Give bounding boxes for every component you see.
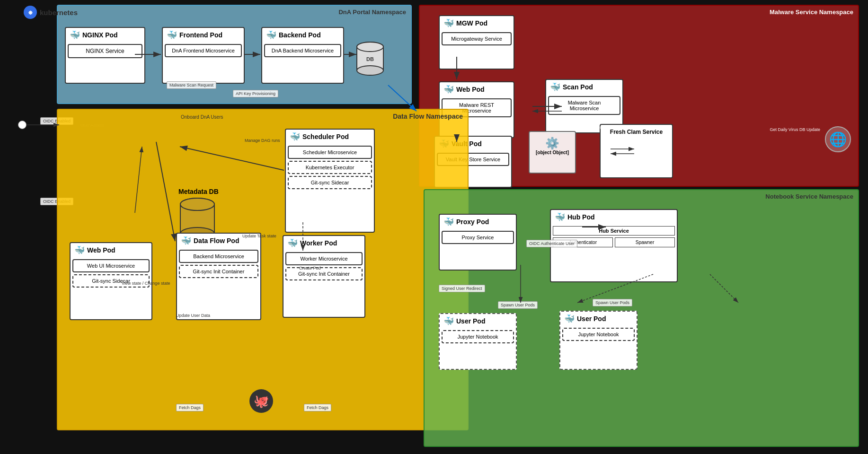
freshclam-box: Fresh Clam Service [600,124,673,178]
hub-service-label: Hub Service [599,228,629,234]
scan-pod-label: Scan Pod [563,83,593,91]
onboard-dna-label: Onboard DnA Users [181,114,223,120]
backend-pod-label: Backend Pod [279,31,321,39]
fetch-dags-1-label: Fetch Dags [176,404,204,411]
worker-micro-label: Worker Microservice [300,256,347,262]
frontend-pod-label: Frontend Pod [179,31,222,39]
web-ui-service-box: Web UI Microservice [72,259,150,272]
frontend-service-box: DnA Frontend Microservice [165,44,242,57]
user2-pod-header: 🐳 User Pod [560,312,637,326]
mgw-pod-header: 🐳 MGW Pod [440,16,514,30]
nginx-service-label: NGINX Service [86,48,124,54]
metadata-db-text: Metadata DB [178,188,219,195]
github-icon: 🐙 [249,389,273,413]
create-pod-label: Create Pod [299,266,321,271]
freshclam-label: Fresh Clam Service [601,125,672,139]
gitsync-sidecar-sched-label: Git-sync Sidecar [311,180,349,185]
malware-scan-service-box: Malware Scan Microservice [548,96,620,115]
jupyter1-service-box: Jupyter Notebook [442,330,514,343]
docker-icon-frontend: 🐳 [167,30,177,40]
backend-pod: 🐳 Backend Pod DnA Backend Microservice [261,27,344,84]
nginx-pod-header: 🐳 NGINX Pod [66,28,144,42]
kubernetes-label: ⎈ kubernetes [24,6,78,19]
proxy-pod-header: 🐳 Proxy Pod [440,215,516,229]
spawn-user-pods-2-label: Spawn User Pods [593,299,632,306]
namespace-malware: Malware Service Namespace 🌐 🐳 MGW Pod Mi… [419,5,859,187]
backend-micro-label: Backend Microservice [193,253,244,259]
web-malware-pod-header: 🐳 Web Pod [440,82,514,96]
gitsync-init-worker-label: Git-sync Init Container [298,271,350,277]
jupyter1-service-label: Jupyter Notebook [457,334,498,340]
user2-pod-label: User Pod [577,315,606,323]
dataflow-pod-label: Data Flow Pod [194,237,239,244]
docker-icon-user2: 🐳 [564,314,575,324]
backend-pod-header: 🐳 Backend Pod [262,28,343,42]
svg-point-12 [180,198,214,210]
db-icon: DB [356,41,384,79]
kubernetes-text: kubernetes [40,9,78,17]
user-pod-1: 🐳 User Pod Jupyter Notebook [439,313,517,370]
docker-icon-scheduler: 🐳 [290,131,300,142]
user1-pod-header: 🐳 User Pod [440,314,516,328]
oidc-auth-user-label: OIDC Authenticate User [526,240,577,247]
scheduler-service-box: Scheduler Microservice [288,146,372,159]
docker-icon-web-df: 🐳 [74,245,85,255]
docker-icon-dataflow: 🐳 [181,236,191,246]
proxy-pod-label: Proxy Pod [456,218,489,226]
docker-icon-hub: 🐳 [555,212,565,222]
mgw-service-box: Microgateway Service [442,32,512,45]
docker-icon-web-mal: 🐳 [443,84,454,95]
malware-namespace-label: Malware Service Namespace [770,9,853,16]
scheduler-pod-label: Scheduler Pod [302,133,349,140]
fetch-dags-2-label: Fetch Dags [304,404,331,411]
signed-user-redirect-label: Signed User Redirect [439,285,485,292]
jupyter2-service-box: Jupyter Notebook [562,328,635,341]
nginx-pod: 🐳 NGINX Pod NGINX Service [65,27,145,84]
frontend-pod: 🐳 Frontend Pod DnA Frontend Microservice [162,27,245,84]
dataflow-pod: 🐳 Data Flow Pod Backend Microservice Git… [176,233,261,320]
metadata-db-label: Metadata DB [178,188,219,195]
proxy-service-label: Proxy Service [462,235,494,240]
nginx-service-box: NGINX Service [68,44,142,58]
malware-scan-req-label: Malware Scan Request [167,81,216,89]
gitsync-init-df-box: Git-sync Init Container [179,265,258,278]
scheduler-service-label: Scheduler Microservice [303,149,357,155]
namespace-notebook: Notebook Service Namespace 🐳 Proxy Pod P… [424,189,859,447]
scheduler-pod: 🐳 Scheduler Pod Scheduler Microservice K… [285,129,375,233]
web-df-pod-label: Web Pod [87,246,115,254]
spawn-user-pods-1-label: Spawn User Pods [498,301,538,309]
hub-service-box: Hub Service [553,226,675,236]
web-df-pod-header: 🐳 Web Pod [71,243,151,257]
gitsync-sidecar-sched-box: Git-sync Sidecar [288,176,372,189]
backend-micro-box: Backend Microservice [179,250,258,263]
nginx-pod-label: NGINX Pod [82,31,118,39]
virusdb-icon: ⚙️ [object Object] [530,132,575,160]
worker-pod: 🐳 Worker Pod Worker Microservice Git-syn… [283,235,365,318]
k8s-executor-label: Kubernetes Executor [306,165,354,170]
malware-scan-service-label: Malware Scan Microservice [568,100,601,111]
backend-service-label: DnA Backend Microservice [272,48,334,53]
docker-icon-backend: 🐳 [266,30,276,40]
hub-pod-header: 🐳 Hub Pod [551,210,677,224]
proxy-pod: 🐳 Proxy Pod Proxy Service [439,214,517,271]
scheduler-pod-header: 🐳 Scheduler Pod [286,130,374,144]
docker-icon-mgw: 🐳 [443,18,454,28]
mgw-pod: 🐳 MGW Pod Microgateway Service [439,15,514,70]
worker-pod-label: Worker Pod [300,239,337,247]
gitsync-init-df-label: Git-sync Init Container [193,269,245,274]
worker-pod-header: 🐳 Worker Pod [283,236,364,250]
web-ui-service-label: Web UI Microservice [87,263,135,269]
gitsync-init-worker-box: Git-sync Init Container [285,267,363,280]
api-key-prov-label: API Key Provisioning [233,90,278,97]
frontend-service-label: DnA Frontend Microservice [172,48,235,53]
kubernetes-icon: ⎈ [24,6,37,19]
docker-icon-user1: 🐳 [443,316,454,326]
spawner-label: Spawner [636,240,654,245]
docker-icon-proxy: 🐳 [443,217,454,227]
dna-namespace-label: DnA Portal Namespace [338,9,406,16]
notebook-namespace-label: Notebook Service Namespace [765,193,853,200]
virusdb-box: ⚙️ [object Object] [529,131,576,174]
update-task-state-label: Update Task state [242,234,276,238]
svg-point-5 [357,42,383,52]
manage-dag-label: Manage DAG runs [245,138,280,143]
